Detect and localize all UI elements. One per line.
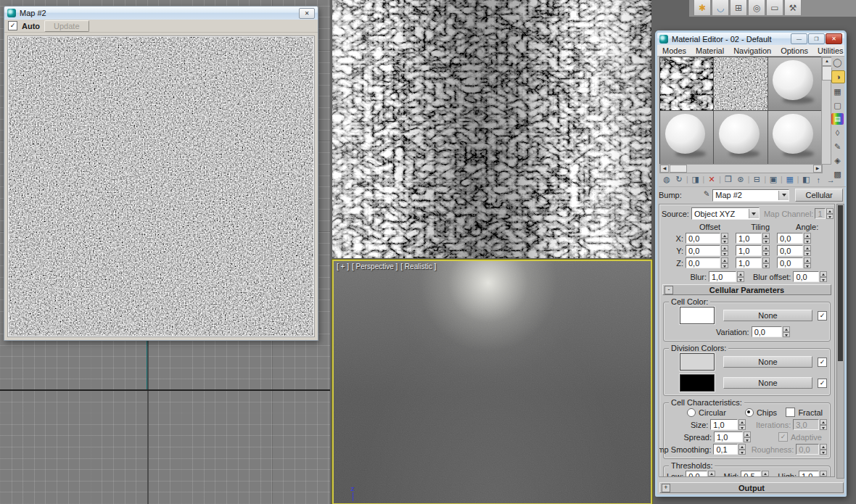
angle-y-spinner[interactable] [804,245,811,256]
sample-slot-sphere[interactable] [714,111,767,164]
map-channel-field[interactable]: 1 [815,208,825,219]
sample-slot-sphere[interactable] [768,57,821,110]
map-name-dropdown[interactable]: Map #2 [712,189,789,202]
iterations-field[interactable]: 3,0 [793,419,819,430]
roughness-spinner[interactable] [820,444,827,455]
expand-icon[interactable]: + [662,484,670,492]
map-channel-spinner[interactable] [826,208,834,219]
scrollbar-thumb[interactable] [670,165,687,173]
hierarchy-tab-icon[interactable]: ⊞ [730,0,747,16]
tiling-x-field[interactable]: 1,0 [736,233,762,244]
mid-field[interactable]: 0,5 [741,471,761,477]
put-material-to-scene-icon[interactable]: ↻ [674,175,684,184]
perspective-viewport[interactable]: [ + ] [ Perspective ] [ Realistic ] Z [332,260,652,504]
offset-y-spinner[interactable] [721,245,728,256]
angle-z-field[interactable]: 0,0 [777,257,803,268]
backlight-icon[interactable]: ◑ [831,70,845,83]
go-to-parent-icon[interactable]: ↑ [813,175,823,184]
motion-tab-icon[interactable]: ◎ [748,0,765,16]
cell-color-map-checkbox[interactable]: ✓ [818,311,827,321]
size-spinner[interactable] [738,419,746,430]
blur-spinner[interactable] [737,271,744,282]
cellular-parameters-rollout[interactable]: - Cellular Parameters [662,284,831,295]
close-icon[interactable]: ✕ [299,8,315,19]
tiling-y-spinner[interactable] [762,245,770,256]
assign-material-to-selection-icon[interactable]: ◨ [691,175,701,184]
material-editor-titlebar[interactable]: Material Editor - 02 - Default — ❐ ✕ [657,33,844,45]
chevron-down-icon[interactable] [749,209,759,218]
bump-smoothing-field[interactable]: 0,1 [713,444,737,455]
go-forward-to-sibling-icon[interactable]: → [826,175,836,184]
modify-tab-icon[interactable]: ◡ [712,0,729,16]
high-spinner[interactable] [820,471,827,477]
output-rollout[interactable]: + Output [659,482,844,493]
select-by-material-icon[interactable]: ◈ [831,154,844,166]
sample-slot-noise-selected[interactable] [714,57,767,110]
division-color-top-checkbox[interactable]: ✓ [818,358,827,367]
auto-checkbox[interactable]: ✓ [8,21,17,30]
menu-utilities[interactable]: Utilities [818,46,843,55]
blur-field[interactable]: 1,0 [709,271,736,282]
angle-x-field[interactable]: 0,0 [777,233,803,244]
offset-z-spinner[interactable] [721,257,728,268]
cell-color-map-button[interactable]: None [723,310,812,321]
show-shaded-material-in-viewport-icon[interactable]: ▦ [785,175,795,184]
texture-preview-viewport[interactable] [332,0,651,258]
minimize-icon[interactable]: — [791,33,807,44]
blur-offset-spinner[interactable] [820,271,827,282]
angle-x-spinner[interactable] [804,233,811,244]
close-icon[interactable]: ✕ [826,33,842,44]
menu-modes[interactable]: Modes [662,46,686,55]
tiling-z-field[interactable]: 1,0 [736,257,762,268]
cell-color-swatch[interactable] [680,307,715,324]
size-field[interactable]: 1,0 [710,419,738,430]
video-color-check-icon[interactable]: ▤ [831,113,844,125]
spread-spinner[interactable] [744,431,751,442]
sample-slot-sphere[interactable] [660,111,713,164]
division-color-top-swatch[interactable] [680,353,715,371]
scrollbar-thumb[interactable] [822,66,832,80]
sample-slot-crystal[interactable] [660,57,713,110]
options-icon[interactable]: ✎ [831,141,844,152]
division-color-bottom-swatch[interactable] [680,374,715,392]
make-material-copy-icon[interactable]: ❒ [723,175,733,184]
tiling-y-field[interactable]: 1,0 [736,245,762,256]
viewport-menu-shading[interactable]: [ Realistic ] [400,263,436,270]
spread-field[interactable]: 1,0 [714,431,743,442]
utilities-tab-icon[interactable]: ⚒ [784,0,802,16]
slots-vertical-scrollbar[interactable]: ▲ [821,57,831,165]
menu-material[interactable]: Material [696,46,724,55]
angle-z-spinner[interactable] [804,257,811,268]
material-id-channel-icon[interactable]: ▣ [768,175,778,184]
make-unique-icon[interactable]: ⊛ [736,175,746,184]
high-field[interactable]: 1,0 [799,471,819,477]
offset-x-field[interactable]: 0,0 [686,233,720,244]
blur-offset-field[interactable]: 0,0 [793,271,819,282]
circular-radio[interactable] [687,408,696,417]
show-end-result-icon[interactable]: ◧ [801,175,811,184]
create-tab-icon[interactable]: ✱ [694,0,711,16]
variation-field[interactable]: 0,0 [752,326,782,337]
reset-map-icon[interactable]: ✕ [707,175,717,184]
viewport-menu-pov[interactable]: [ Perspective ] [352,263,398,270]
display-tab-icon[interactable]: ▭ [766,0,783,16]
chips-radio[interactable] [745,408,754,417]
division-color-top-map-button[interactable]: None [723,356,812,368]
update-button[interactable]: Update [44,20,89,32]
tiling-x-spinner[interactable] [762,233,770,244]
adaptive-checkbox[interactable]: ✓ [778,432,788,442]
chevron-down-icon[interactable] [778,191,789,200]
tiling-z-spinner[interactable] [762,257,770,268]
viewport-menu-general[interactable]: [ + ] [337,263,349,270]
sample-slot-sphere[interactable] [768,111,821,164]
parameters-scrollbar[interactable] [836,204,844,479]
map-type-button[interactable]: Cellular [795,189,843,202]
background-icon[interactable]: ▦ [831,86,844,97]
low-spinner[interactable] [708,471,715,477]
low-field[interactable]: 0,0 [686,471,707,477]
bump-smoothing-spinner[interactable] [738,444,746,455]
mid-spinner[interactable] [762,471,769,477]
map-window-titlebar[interactable]: Map #2 ✕ [4,7,318,20]
menu-options[interactable]: Options [781,46,808,55]
get-material-icon[interactable]: ◍ [662,175,672,184]
